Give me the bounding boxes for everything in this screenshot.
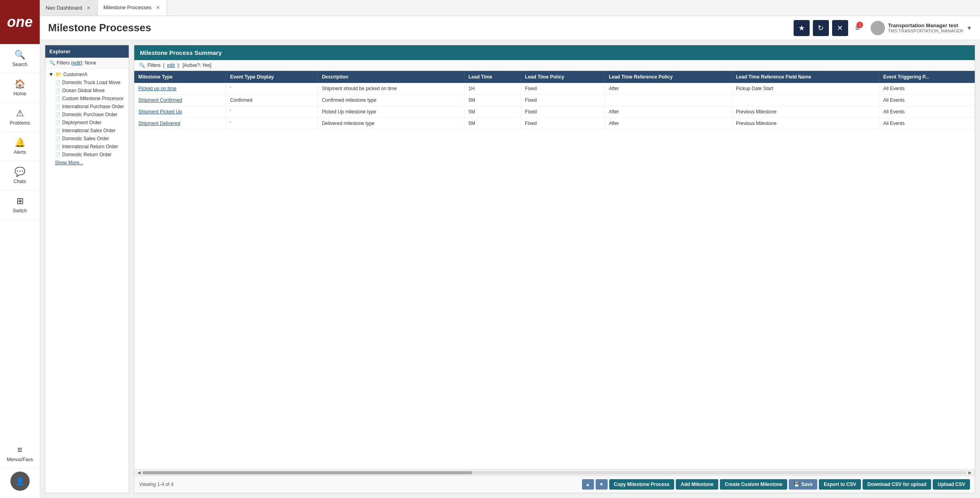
tree-item-label-9: Domestic Return Order xyxy=(62,152,111,157)
col-description: Description xyxy=(318,71,465,83)
scroll-up-button[interactable]: ▲ xyxy=(582,479,594,490)
tree-item-3[interactable]: 📄 International Purchase Order xyxy=(45,103,129,111)
tree-item-9[interactable]: 📄 Domestic Return Order xyxy=(45,151,129,159)
scroll-down-button[interactable]: ▼ xyxy=(596,479,608,490)
cell-milestone-type-1[interactable]: Shipment Confirmed xyxy=(134,95,226,106)
user-role: TMS.TRANSPORTATION_MANAGER xyxy=(888,28,964,33)
tree-item-label-5: Deployment Order xyxy=(62,120,101,125)
tab-close-milestone-processes[interactable]: ✕ xyxy=(155,4,161,11)
sidebar-item-alerts[interactable]: 🔔 Alerts xyxy=(0,132,40,161)
tree-item-label-4: Domestic Purchase Order xyxy=(62,112,117,117)
app-logo[interactable]: one xyxy=(0,0,40,44)
tree-item-label-6: International Sales Order xyxy=(62,128,115,133)
table-wrapper: Milestone Type Event Type Display Descri… xyxy=(134,71,975,469)
scroll-thumb[interactable] xyxy=(142,471,472,474)
explorer-tree: ▼ 📁 CustomerA 📄 Domestic Truck Load Move… xyxy=(45,69,129,168)
sidebar-item-search[interactable]: 🔍 Search xyxy=(0,44,40,73)
create-custom-milestone-button[interactable]: Create Custom Milestone xyxy=(720,479,787,490)
cell-lead-time-ref-policy-1 xyxy=(604,95,731,106)
table-panel-title: Milestone Process Summary xyxy=(134,45,975,60)
cell-lead-time-ref-field-0: Pickup Date Start xyxy=(732,83,879,95)
star-button[interactable]: ★ xyxy=(794,20,810,36)
save-button[interactable]: 💾 Save xyxy=(789,479,817,490)
file-icon-4: 📄 xyxy=(55,112,61,117)
tree-item-5[interactable]: 📄 Deployment Order xyxy=(45,119,129,127)
cell-lead-time-policy-1: Fixed xyxy=(521,95,604,106)
star-icon: ★ xyxy=(798,24,805,32)
sidebar-item-chats[interactable]: 💬 Chats xyxy=(0,161,40,190)
sidebar-label-search: Search xyxy=(12,62,27,67)
file-icon-8: 📄 xyxy=(55,144,61,149)
cell-lead-time-1: 5M xyxy=(464,95,521,106)
add-milestone-button[interactable]: Add Milestone xyxy=(676,479,718,490)
sidebar-bottom: ≡ Menus/Favs 👤 xyxy=(0,439,40,498)
tree-item-label-0: Domestic Truck Load Move xyxy=(62,80,120,85)
panel-title-text: Milestone Process Summary xyxy=(140,49,222,56)
scroll-right-arrow[interactable]: ▶ xyxy=(967,470,973,475)
horizontal-scrollbar[interactable]: ◀ ▶ xyxy=(134,469,975,476)
tab-bar: Neo Dashboard ✕ Milestone Processes ✕ xyxy=(40,0,980,16)
table-row: Picked up on time ′ Shipment should be p… xyxy=(134,83,975,95)
table-panel: Milestone Process Summary 🔍 Filters (edi… xyxy=(134,45,975,493)
cell-milestone-type-3[interactable]: Shipment Delivered xyxy=(134,118,226,129)
refresh-button[interactable]: ↻ xyxy=(813,20,829,36)
sidebar-item-home[interactable]: 🏠 Home xyxy=(0,73,40,103)
scroll-track[interactable] xyxy=(142,471,967,474)
cell-event-triggering-0: All Events xyxy=(879,83,974,95)
table-row: Shipment Confirmed Confirmed Confirmed m… xyxy=(134,95,975,106)
tab-neo-dashboard[interactable]: Neo Dashboard ✕ xyxy=(40,0,98,16)
upload-csv-button[interactable]: Upload CSV xyxy=(933,479,970,490)
warning-icon: ⚠ xyxy=(16,108,24,119)
sidebar-item-problems[interactable]: ⚠ Problems xyxy=(0,103,40,132)
sidebar-item-switch[interactable]: ⊞ Switch xyxy=(0,190,40,220)
export-to-csv-button[interactable]: Export to CSV xyxy=(819,479,861,490)
filter-edit-link[interactable]: edit xyxy=(167,63,175,68)
cell-milestone-type-2[interactable]: Shipment Picked Up xyxy=(134,106,226,118)
avatar-icon: 👤 xyxy=(16,477,24,486)
show-more-link[interactable]: Show More... xyxy=(45,159,129,167)
cell-lead-time-policy-2: Fixed xyxy=(521,106,604,118)
cell-lead-time-policy-0: Fixed xyxy=(521,83,604,95)
explorer-filters-label: Filters xyxy=(57,60,70,66)
tree-item-1[interactable]: 📄 Ocean Global Move xyxy=(45,87,129,95)
bell-icon: 🔔 xyxy=(14,137,25,148)
table-row: Shipment Picked Up ′ Picked Up milestone… xyxy=(134,106,975,118)
tree-item-2[interactable]: 📄 Custom Milestone Processor xyxy=(45,95,129,103)
explorer-panel: Explorer 🔍 Filters (edit): None ▼ 📁 Cust… xyxy=(45,45,129,493)
tab-label-milestone-processes: Milestone Processes xyxy=(103,4,152,10)
table-row: Shipment Delivered ′ Delivered milestone… xyxy=(134,118,975,129)
download-csv-button[interactable]: Download CSV for upload xyxy=(863,479,931,490)
col-event-type-display: Event Type Display xyxy=(226,71,318,83)
explorer-title: Explorer xyxy=(49,48,71,54)
filter-active-badge: [Active?: Yes] xyxy=(182,63,211,68)
col-lead-time-ref-field: Lead Time Reference Field Name xyxy=(732,71,879,83)
tree-item-7[interactable]: 📄 Domestic Sales Order xyxy=(45,135,129,143)
folder-expand-icon: ▼ xyxy=(48,71,54,77)
col-lead-time-ref-policy: Lead Time Reference Policy xyxy=(604,71,731,83)
cell-milestone-type-0[interactable]: Picked up on time xyxy=(134,83,226,95)
tree-item-0[interactable]: 📄 Domestic Truck Load Move xyxy=(45,79,129,87)
cell-event-type-2: ′ xyxy=(226,106,318,118)
file-icon-3: 📄 xyxy=(55,104,61,109)
tree-folder-customerA[interactable]: ▼ 📁 CustomerA xyxy=(45,70,129,79)
table-filter-bar: 🔍 Filters (edit): [Active?: Yes] xyxy=(134,60,975,71)
tree-item-4[interactable]: 📄 Domestic Purchase Order xyxy=(45,111,129,119)
copy-milestone-process-button[interactable]: Copy Milestone Process xyxy=(609,479,675,490)
scroll-left-arrow[interactable]: ◀ xyxy=(136,470,142,475)
menu-button[interactable]: ≡ 1 xyxy=(851,20,867,36)
cell-event-triggering-1: All Events xyxy=(879,95,974,106)
tree-item-8[interactable]: 📄 International Return Order xyxy=(45,143,129,151)
tree-item-6[interactable]: 📄 International Sales Order xyxy=(45,127,129,135)
tab-milestone-processes[interactable]: Milestone Processes ✕ xyxy=(98,0,167,16)
file-icon-7: 📄 xyxy=(55,136,61,141)
tab-close-neo-dashboard[interactable]: ✕ xyxy=(85,5,92,11)
cell-lead-time-ref-policy-2: After xyxy=(604,106,731,118)
sidebar-item-menus[interactable]: ≡ Menus/Favs xyxy=(0,439,40,468)
save-label: Save xyxy=(801,482,812,487)
close-button[interactable]: ✕ xyxy=(832,20,848,36)
explorer-filters-edit-link[interactable]: edit xyxy=(73,60,80,66)
switch-icon: ⊞ xyxy=(16,196,24,206)
user-info[interactable]: Transportation Manager test TMS.TRANSPOR… xyxy=(871,21,972,35)
cell-description-2: Picked Up milestone type xyxy=(318,106,465,118)
avatar[interactable]: 👤 xyxy=(10,472,30,491)
